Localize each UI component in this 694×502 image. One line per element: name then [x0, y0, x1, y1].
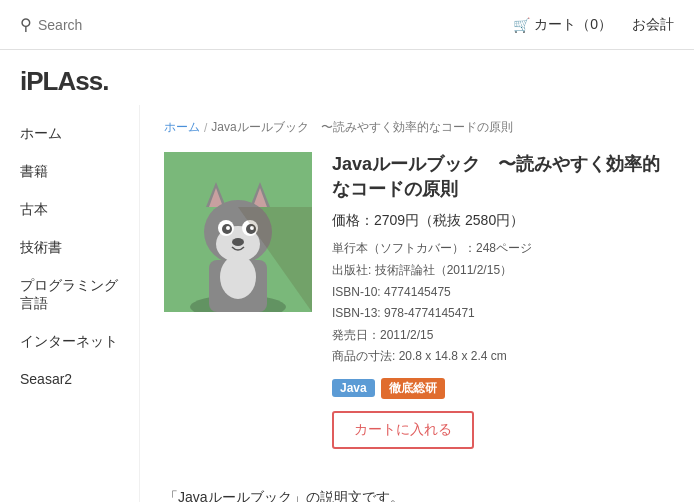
product-info: Javaルールブック 〜読みやすく効率的なコードの原則 価格：2709円（税抜 …: [332, 152, 670, 449]
search-input[interactable]: [38, 17, 158, 33]
product-title: Javaルールブック 〜読みやすく効率的なコードの原則: [332, 152, 670, 202]
sidebar-item[interactable]: インターネット: [0, 323, 139, 361]
book-image: [164, 152, 312, 312]
logo-bar: iPLAss.: [0, 50, 694, 105]
product-meta: 単行本（ソフトカバー）：248ページ出版社: 技術評論社（2011/2/15）I…: [332, 238, 670, 368]
sidebar-item[interactable]: プログラミング言語: [0, 267, 139, 323]
search-area: ⚲: [20, 15, 513, 34]
cart-link[interactable]: 🛒 カート（0）: [513, 16, 612, 34]
breadcrumb-home[interactable]: ホーム: [164, 119, 200, 136]
sidebar-item[interactable]: ホーム: [0, 115, 139, 153]
product-price: 価格：2709円（税抜 2580円）: [332, 212, 670, 230]
cart-icon: 🛒: [513, 17, 530, 33]
sidebar: ホーム書籍古本技術書プログラミング言語インターネットSeasar2: [0, 105, 140, 502]
product-tag[interactable]: Java: [332, 379, 375, 397]
header-right: 🛒 カート（0） お会計: [513, 16, 674, 34]
cart-label: カート（0）: [534, 16, 612, 34]
sidebar-item[interactable]: Seasar2: [0, 361, 139, 397]
sidebar-item[interactable]: 古本: [0, 191, 139, 229]
svg-point-12: [226, 226, 230, 230]
product-tag[interactable]: 徹底総研: [381, 378, 445, 399]
header: ⚲ 🛒 カート（0） お会計: [0, 0, 694, 50]
svg-point-14: [232, 238, 244, 246]
account-link[interactable]: お会計: [632, 16, 674, 34]
product-description: 「Javaルールブック」の説明文です。「Javaルールブック」の説明文です。「J…: [164, 473, 670, 502]
sidebar-item[interactable]: 技術書: [0, 229, 139, 267]
add-to-cart-button[interactable]: カートに入れる: [332, 411, 474, 449]
product-tags: Java徹底総研: [332, 378, 670, 399]
logo[interactable]: iPLAss.: [20, 66, 674, 97]
breadcrumb-current: Javaルールブック 〜読みやすく効率的なコードの原則: [211, 119, 512, 136]
breadcrumb-sep: /: [204, 121, 207, 135]
content: ホーム / Javaルールブック 〜読みやすく効率的なコードの原則: [140, 105, 694, 502]
breadcrumb: ホーム / Javaルールブック 〜読みやすく効率的なコードの原則: [164, 119, 670, 136]
main-layout: ホーム書籍古本技術書プログラミング言語インターネットSeasar2 ホーム / …: [0, 105, 694, 502]
sidebar-item[interactable]: 書籍: [0, 153, 139, 191]
product-section: Javaルールブック 〜読みやすく効率的なコードの原則 価格：2709円（税抜 …: [164, 152, 670, 449]
svg-point-16: [220, 255, 256, 299]
search-icon: ⚲: [20, 15, 32, 34]
